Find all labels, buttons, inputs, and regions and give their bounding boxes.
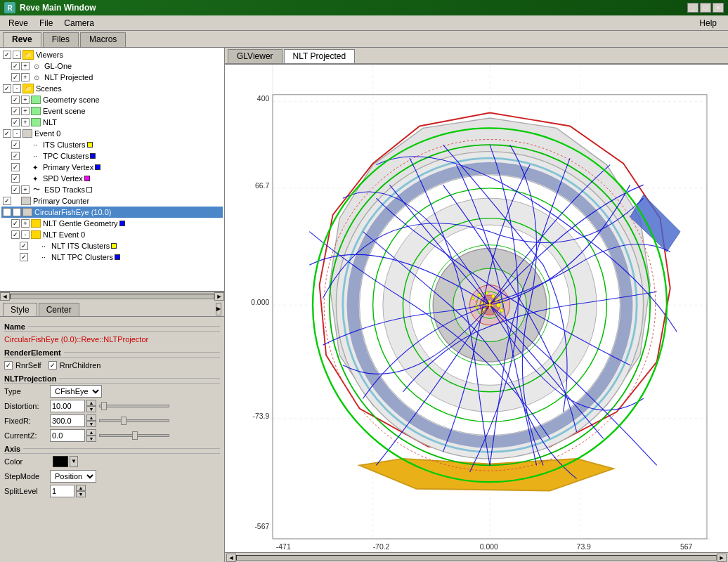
fixedr-up-btn[interactable]: ▲ <box>86 414 96 421</box>
tree-expand-eventscene[interactable]: + <box>21 107 30 115</box>
viewer-canvas[interactable]: 400 66.7 0.000 -73.9 -567 -471 -70.2 0.0… <box>225 65 728 552</box>
tree-check-circularfisheye[interactable] <box>3 208 11 216</box>
tree-expand-viewers[interactable]: - <box>13 51 21 59</box>
tree-check-primarycounter[interactable] <box>3 197 11 205</box>
tree-check-nlttpcclusters[interactable] <box>20 253 28 261</box>
tree-check-geomscene[interactable] <box>11 96 20 104</box>
currentz-input[interactable] <box>50 429 85 442</box>
menu-help[interactable]: Help <box>694 17 722 30</box>
distortion-thumb[interactable] <box>101 402 107 410</box>
maximize-button[interactable]: □ <box>700 3 711 13</box>
tree-check-spdvertex[interactable] <box>11 174 20 183</box>
tree-check-esdtracks[interactable] <box>11 185 20 194</box>
tree-item-viewers[interactable]: - 📁 Viewers <box>1 49 223 60</box>
tree-check-viewers[interactable] <box>3 51 11 59</box>
tree-item-glone[interactable]: + ⊙ GL-One <box>10 60 223 72</box>
tree-item-nltitsclusters[interactable]: ·· NLT ITS Clusters <box>18 240 223 251</box>
tree-check-scenes[interactable] <box>3 84 11 93</box>
splitlevel-input[interactable] <box>50 485 74 497</box>
fixedr-input[interactable] <box>50 414 85 427</box>
close-button[interactable]: × <box>713 3 724 13</box>
tab-style[interactable]: Style <box>3 303 37 316</box>
tree-item-nltgentle[interactable]: + NLT Gentle Geometry <box>10 218 223 229</box>
tree-expand-glone[interactable]: + <box>21 62 30 70</box>
tree-item-nlttpcclusters[interactable]: ·· NLT TPC Clusters <box>18 251 223 263</box>
fixedr-thumb[interactable] <box>121 417 126 425</box>
viewer-scroll-left-btn[interactable]: ◄ <box>226 554 236 562</box>
tree-item-primarycounter[interactable]: Primary Counter <box>1 195 223 207</box>
tab-files[interactable]: Files <box>43 32 79 47</box>
currentz-up-btn[interactable]: ▲ <box>86 429 96 436</box>
splitlevel-down-btn[interactable]: ▼ <box>76 491 86 497</box>
tree-check-event0[interactable] <box>3 129 11 138</box>
tree-item-event0[interactable]: - Event 0 <box>1 128 223 139</box>
viewer-hscrollbar-track[interactable] <box>236 555 717 561</box>
tree-check-nltitsclusters[interactable] <box>20 242 28 250</box>
type-dropdown[interactable]: CFishEye RhoZ RPhi <box>50 385 102 398</box>
tree-check-eventscene[interactable] <box>11 107 20 115</box>
expand-right-btn[interactable]: ▶ <box>216 303 221 315</box>
tree-item-itsclusters[interactable]: ·· ITS Clusters <box>10 139 223 150</box>
scroll-right-btn[interactable]: ► <box>214 292 224 301</box>
scroll-left-btn[interactable]: ◄ <box>0 292 10 301</box>
fixedr-slider[interactable] <box>99 419 169 422</box>
tab-reve[interactable]: Reve <box>3 32 41 47</box>
splitlevel-up-btn[interactable]: ▲ <box>76 485 86 491</box>
tree-item-circularfisheye[interactable]: - CircularFishEye (10.0) <box>1 207 223 218</box>
tree-hscrollbar-track[interactable] <box>10 294 214 299</box>
tree-expand-circularfisheye[interactable]: - <box>13 208 21 216</box>
tree-expand-event0[interactable]: - <box>13 129 21 138</box>
tab-nltprojected[interactable]: NLT Projected <box>284 49 356 63</box>
tree-item-geomscene[interactable]: + Geometry scene <box>10 94 223 105</box>
tree-expand-nltprojected[interactable]: + <box>21 73 30 81</box>
tab-glviewer[interactable]: GLViewer <box>228 49 282 63</box>
tab-center[interactable]: Center <box>39 303 79 316</box>
tree-expand-geomscene[interactable]: + <box>21 96 30 104</box>
tree-expand-esdtracks[interactable]: + <box>21 185 30 194</box>
distortion-slider[interactable] <box>99 405 169 407</box>
tree-item-nlt[interactable]: + NLT <box>10 117 223 128</box>
tree-view[interactable]: - 📁 Viewers + ⊙ GL-One + ⊙ NLT Projected <box>0 48 224 292</box>
tree-check-itsclusters[interactable] <box>11 140 20 149</box>
fixedr-down-btn[interactable]: ▼ <box>86 421 96 427</box>
tree-check-nltevent0[interactable] <box>11 230 20 239</box>
color-swatch[interactable] <box>53 456 68 467</box>
distortion-down-btn[interactable]: ▼ <box>86 406 96 412</box>
tree-check-nlt[interactable] <box>11 118 20 126</box>
tree-expand-nltevent0[interactable]: - <box>21 230 30 239</box>
tree-check-glone[interactable] <box>11 62 20 70</box>
tree-item-primaryvertex[interactable]: ✦ Primary Vertex <box>10 162 223 173</box>
menu-reve[interactable]: Reve <box>3 17 34 30</box>
tree-item-esdtracks[interactable]: + 〜 ESD Tracks <box>10 184 223 195</box>
tree-item-nltprojected[interactable]: + ⊙ NLT Projected <box>10 72 223 83</box>
stepmode-dropdown[interactable]: Position Value <box>50 470 96 483</box>
tree-expand-scenes[interactable]: - <box>13 84 21 93</box>
currentz-slider[interactable] <box>99 434 169 437</box>
distortion-up-btn[interactable]: ▲ <box>86 400 96 406</box>
tree-check-primaryvertex[interactable] <box>11 163 20 171</box>
tree-check-nltgentle[interactable] <box>11 219 20 228</box>
tree-item-scenes[interactable]: - 📁 Scenes <box>1 83 223 94</box>
distortion-input[interactable] <box>50 400 85 412</box>
checkbox-rnrself[interactable] <box>4 361 13 370</box>
minimize-button[interactable]: _ <box>687 3 698 13</box>
currentz-down-btn[interactable]: ▼ <box>86 436 96 442</box>
window-controls[interactable]: _ □ × <box>687 3 724 13</box>
tab-macros[interactable]: Macros <box>80 32 126 47</box>
menu-file[interactable]: File <box>34 17 58 30</box>
bottom-scrollbar[interactable]: ◄ ► <box>225 552 728 562</box>
tree-item-eventscene[interactable]: + Event scene <box>10 105 223 117</box>
color-picker-btn[interactable]: ▼ <box>70 456 78 467</box>
checkbox-rnrchildren[interactable] <box>48 361 57 370</box>
tree-expand-nltgentle[interactable]: + <box>21 219 30 228</box>
tree-check-nltprojected[interactable] <box>11 73 20 81</box>
tree-item-spdvertex[interactable]: ✦ SPD Vertex <box>10 173 223 184</box>
viewer-scroll-right-btn[interactable]: ► <box>717 554 727 562</box>
tree-scrollbar[interactable]: ◄ ► <box>0 292 224 301</box>
tree-check-tpcclusters[interactable] <box>11 152 20 160</box>
tree-item-tpcclusters[interactable]: ·· TPC Clusters <box>10 150 223 162</box>
currentz-thumb[interactable] <box>132 431 138 440</box>
tree-item-nltevent0[interactable]: - NLT Event 0 <box>10 229 223 240</box>
tree-expand-nlt[interactable]: + <box>21 118 30 126</box>
menu-camera[interactable]: Camera <box>58 17 100 30</box>
